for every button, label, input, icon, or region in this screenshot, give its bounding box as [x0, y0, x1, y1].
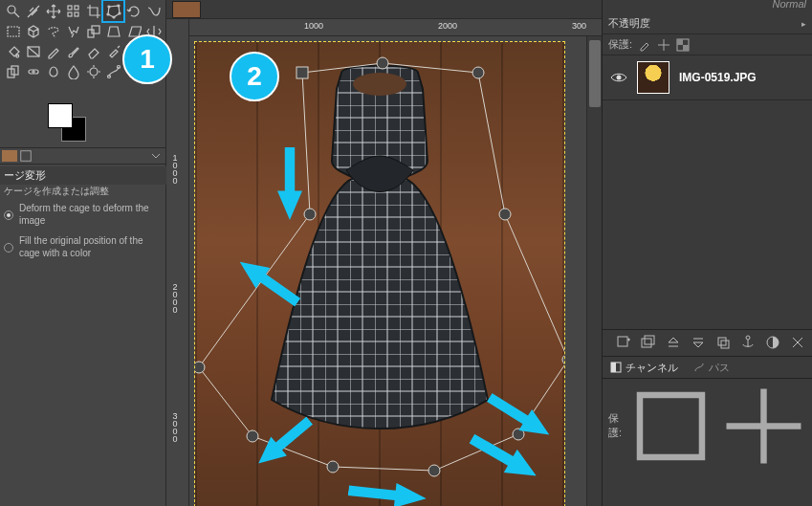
tool-option-fill-label: Fill the original position of the cage w… — [19, 235, 163, 259]
svg-rect-40 — [683, 45, 689, 51]
image-tab-thumb[interactable] — [172, 1, 201, 18]
layer-group-icon[interactable] — [641, 335, 656, 350]
blur-icon[interactable] — [63, 61, 83, 81]
ruler-horizontal[interactable]: 1000 2000 300 — [189, 19, 602, 36]
align-icon[interactable] — [63, 1, 83, 21]
scrollbar-thumb[interactable] — [589, 40, 601, 107]
blend-mode-value[interactable]: Normal — [773, 0, 806, 10]
lower-lock-row: 保護: — [603, 379, 812, 473]
ruler-v-tick: 3000 — [170, 411, 180, 442]
tab-paths-label: パス — [709, 361, 730, 375]
tab-channels[interactable]: チャンネル — [603, 357, 686, 378]
chevron-right-icon[interactable]: ▸ — [801, 19, 806, 29]
canvas-viewport[interactable] — [189, 36, 586, 506]
svg-point-47 — [746, 336, 750, 340]
radio-on-icon[interactable] — [4, 210, 13, 220]
bucket-fill-icon[interactable] — [3, 41, 23, 61]
lock-position-icon[interactable] — [627, 383, 714, 470]
tab-paths[interactable]: パス — [686, 357, 737, 378]
mask-icon[interactable] — [765, 335, 780, 350]
airbrush-icon[interactable] — [103, 41, 123, 61]
fuzzy-select-icon[interactable] — [63, 21, 83, 41]
scale-icon[interactable] — [83, 21, 103, 41]
measure-icon[interactable] — [23, 1, 43, 21]
opacity-row[interactable]: 不透明度 ▸ — [603, 13, 812, 34]
cube-icon[interactable] — [23, 21, 43, 41]
opacity-label: 不透明度 — [608, 16, 650, 31]
ruler-h-tick: 300 — [572, 21, 586, 31]
panel-menu-icon[interactable] — [151, 151, 161, 161]
dodge-icon[interactable] — [83, 61, 103, 81]
heal-icon[interactable] — [23, 61, 43, 81]
ruler-h-tick: 2000 — [438, 21, 457, 31]
warp-icon[interactable] — [143, 1, 164, 21]
free-select-icon[interactable] — [43, 21, 63, 41]
svg-point-41 — [617, 76, 622, 80]
duplicate-layer-icon[interactable] — [715, 335, 731, 350]
radio-off-icon[interactable] — [4, 243, 13, 253]
annotation-badge-1: 1 — [122, 34, 172, 84]
layer-row[interactable]: IMG-0519.JPG — [603, 55, 812, 100]
crop-icon[interactable] — [83, 1, 103, 21]
lock-label: 保護: — [608, 37, 632, 52]
svg-rect-45 — [718, 338, 726, 345]
path-icon[interactable] — [103, 61, 123, 81]
lock-brush-icon[interactable] — [638, 38, 651, 52]
svg-point-34 — [327, 461, 339, 473]
fg-color-swatch[interactable] — [48, 103, 73, 128]
annotation-badge-1-text: 1 — [140, 44, 155, 75]
brush-icon[interactable] — [63, 41, 83, 61]
layer-lock-row: 保護: — [603, 34, 812, 55]
svg-rect-3 — [75, 6, 78, 10]
svg-point-33 — [428, 465, 440, 476]
magnify-icon[interactable] — [3, 1, 23, 21]
tool-option-deform-label: Deform the cage to deform the image — [19, 203, 163, 227]
annotation-badge-2-text: 2 — [247, 61, 262, 92]
lock-alpha-icon[interactable] — [676, 38, 690, 52]
svg-point-0 — [8, 6, 15, 13]
lower-layer-icon[interactable] — [691, 335, 706, 350]
svg-rect-42 — [618, 337, 627, 346]
canvas-vscrollbar[interactable] — [586, 36, 602, 506]
cage-transform-icon[interactable] — [103, 1, 123, 21]
layer-name[interactable]: IMG-0519.JPG — [679, 71, 757, 84]
move-icon[interactable] — [43, 1, 63, 21]
lock-move-icon[interactable] — [657, 38, 670, 52]
auto-icon[interactable] — [19, 149, 33, 163]
svg-rect-51 — [640, 395, 702, 457]
image-thumb-icon[interactable] — [2, 150, 17, 162]
rotate-icon[interactable] — [123, 1, 143, 21]
right-dock: Normal 不透明度 ▸ 保護: IMG-0519.JPG チャンネル パス — [602, 0, 812, 506]
pencil-icon[interactable] — [43, 41, 63, 61]
lower-lock-label: 保護: — [608, 411, 622, 440]
tool-option-deform[interactable]: Deform the cage to deform the image — [0, 201, 166, 229]
svg-point-31 — [562, 354, 564, 365]
svg-point-25 — [353, 73, 406, 96]
smudge-icon[interactable] — [43, 61, 63, 81]
gradient-icon[interactable] — [23, 41, 43, 61]
clone-icon[interactable] — [3, 61, 23, 81]
raise-layer-icon[interactable] — [666, 335, 681, 350]
visibility-eye-icon[interactable] — [610, 69, 627, 86]
svg-point-36 — [195, 362, 205, 373]
tool-option-fill[interactable]: Fill the original position of the cage w… — [0, 233, 166, 261]
new-layer-icon[interactable] — [616, 335, 631, 350]
color-swatches[interactable] — [48, 103, 73, 128]
channels-icon — [610, 362, 622, 373]
eraser-icon[interactable] — [83, 41, 103, 61]
ruler-vertical[interactable]: 1000 2000 3000 — [166, 19, 189, 506]
svg-rect-43 — [642, 339, 651, 347]
svg-rect-2 — [68, 6, 72, 10]
lock-move-icon[interactable] — [720, 383, 807, 470]
anchor-layer-icon[interactable] — [740, 335, 756, 350]
rect-select-icon[interactable] — [3, 21, 23, 41]
canvas-image[interactable] — [195, 42, 564, 506]
svg-rect-11 — [8, 27, 19, 36]
annotation-badge-2: 2 — [230, 52, 279, 101]
tab-channels-label: チャンネル — [625, 361, 678, 375]
delete-layer-icon[interactable] — [790, 335, 805, 350]
perspective-icon[interactable] — [103, 21, 123, 41]
ruler-v-tick: 2000 — [170, 282, 180, 313]
layer-thumb[interactable] — [637, 61, 669, 94]
svg-rect-23 — [21, 151, 32, 162]
